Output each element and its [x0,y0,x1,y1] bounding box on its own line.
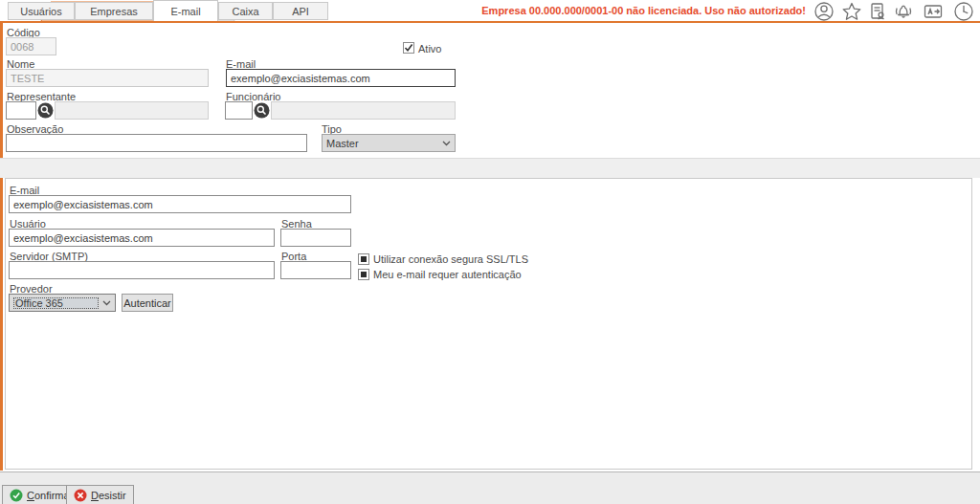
representante-search-icon[interactable] [37,102,54,119]
desistir-button[interactable]: Desistir [66,485,134,504]
representante-code-input[interactable] [6,101,36,120]
tab-caixa[interactable]: Caixa [218,2,273,20]
app-window: 510 - Novos Usuários × Empresa 00.000.00… [0,0,980,504]
cancel-x-icon [74,489,87,502]
nome-input[interactable] [6,69,209,87]
codigo-input[interactable] [6,37,56,55]
tab-api[interactable]: API [273,2,328,20]
tab-empresas[interactable]: Empresas [75,2,153,20]
observacao-input[interactable] [6,134,307,152]
report-icon[interactable] [867,1,888,22]
tab-email[interactable]: E-mail [153,0,218,21]
tipo-dropdown[interactable]: Master [322,134,456,152]
ssl-checkbox[interactable] [358,253,369,265]
provedor-value: Office 365 [13,297,99,309]
representante-name-input [55,101,209,120]
ativo-checkbox[interactable] [403,42,414,54]
tab-usuarios[interactable]: Usuários [8,2,75,20]
accent-left-line [0,23,3,471]
footer-bar: Confirmar Desistir [0,471,980,504]
provedor-dropdown[interactable]: Office 365 [9,294,116,312]
funcionario-search-icon[interactable] [254,102,270,119]
inner-tab-strip [0,158,980,178]
funcionario-code-input[interactable] [225,101,253,120]
panel-porta-input[interactable] [280,261,351,279]
auth-checkbox[interactable] [358,269,369,280]
panel-senha-input[interactable] [280,229,351,247]
chevron-down-icon [442,141,451,146]
autenticar-button[interactable]: Autenticar [122,294,173,312]
panel-servidor-input[interactable] [9,261,275,279]
exit-icon[interactable] [923,1,944,22]
accent-top-line [0,21,980,23]
funcionario-name-input [271,101,456,120]
panel-usuario-input[interactable] [9,229,275,247]
ativo-label: Ativo [418,43,441,55]
confirm-check-icon [10,489,23,502]
email-input[interactable] [226,69,456,87]
user-icon[interactable] [813,1,835,22]
check-icon [404,43,413,53]
ssl-label: Utilizar conexão segura SSL/TLS [373,253,528,265]
desistir-label: Desistir [91,490,126,501]
star-icon[interactable] [841,1,862,22]
email-tab-panel: E-mail Usuário Senha Servidor (SMTP) Por… [5,178,972,470]
bell-icon[interactable] [893,1,914,22]
license-warning-text: Empresa 00.000.000/0001-00 não licenciad… [481,5,806,16]
panel-email-input[interactable] [9,195,351,213]
clock-icon[interactable] [953,1,974,22]
tipo-value: Master [326,138,442,149]
chevron-down-icon [102,300,111,306]
auth-label: Meu e-mail requer autenticação [373,269,522,280]
